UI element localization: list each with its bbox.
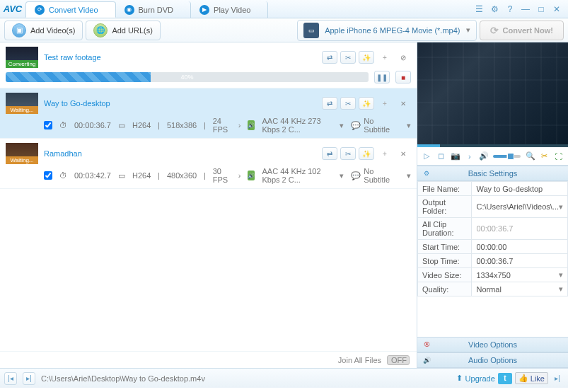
size-value[interactable]: 1334x750	[476, 271, 510, 279]
preview-pane: ▷ ◻ 📷 › 🔊 🔍 ✂ ⛶ ⚙ Basic Settings File Na…	[417, 42, 568, 368]
video-options-header[interactable]: ⦿ Video Options	[417, 337, 568, 352]
file-item[interactable]: Waiting... Way to Go-desktop ⇄ ✂ ✨ + ✕ ⏱…	[0, 88, 417, 139]
subtitle: No Subtitle	[364, 117, 390, 134]
join-toggle[interactable]: OFF	[387, 355, 410, 365]
audio-info: AAC 44 KHz 102 Kbps 2 C...	[262, 167, 332, 184]
next-file-button[interactable]: ▸|	[23, 372, 35, 385]
audio-options-header[interactable]: 🔊 Audio Options	[417, 352, 568, 368]
remove-button[interactable]: ✕	[395, 147, 411, 160]
file-item[interactable]: Converting Test raw footage ⇄ ✂ ✨ + ⊘ 40…	[0, 42, 417, 88]
swap-button[interactable]: ⇄	[322, 97, 337, 110]
duration: 00:03:42.7	[74, 171, 111, 180]
progress-label: 40%	[180, 72, 193, 82]
video-preview[interactable]	[417, 42, 568, 147]
add-button[interactable]: +	[377, 51, 393, 64]
pause-button[interactable]: ❚❚	[374, 71, 390, 83]
add-videos-button[interactable]: ▣ Add Video(s)	[4, 21, 83, 40]
file-checkbox[interactable]	[44, 121, 52, 129]
quality-value[interactable]: Normal	[476, 285, 501, 294]
gear-icon[interactable]: ⚙	[489, 4, 500, 15]
audio-icon: 🔊	[248, 120, 255, 130]
join-label: Join All Files	[338, 356, 381, 364]
label: Quality:	[418, 282, 472, 296]
filename-input[interactable]	[476, 185, 563, 193]
add-urls-button[interactable]: 🌐 Add URL(s)	[86, 21, 160, 40]
zoom-icon[interactable]: 🔍	[525, 150, 535, 163]
cut-button[interactable]: ✂	[340, 97, 356, 110]
play-button[interactable]: ▷	[422, 150, 431, 163]
thumb-icon: 👍	[518, 374, 528, 383]
chevron-down-icon[interactable]: ▾	[340, 121, 344, 130]
effects-button[interactable]: ✨	[359, 147, 374, 160]
film-icon: ▭	[118, 121, 125, 130]
tab-play-video[interactable]: ▶ Play Video	[191, 1, 268, 18]
stop-button[interactable]: ◻	[436, 150, 446, 163]
duration: 00:00:36.7	[74, 121, 111, 129]
file-title: Ramadhan	[44, 149, 316, 158]
menu-icon[interactable]: ☰	[473, 4, 485, 15]
file-list: Converting Test raw footage ⇄ ✂ ✨ + ⊘ 40…	[0, 42, 417, 351]
chevron-right-icon[interactable]: ›	[238, 121, 241, 129]
chevron-down-icon[interactable]: ▾	[559, 270, 563, 279]
button-label: Add Video(s)	[30, 26, 75, 35]
remove-button[interactable]: ✕	[395, 97, 411, 110]
volume-slider[interactable]	[493, 155, 521, 158]
file-item[interactable]: Waiting... Ramadhan ⇄ ✂ ✨ + ✕ ⏱ 00:03:42…	[0, 139, 417, 189]
trim-icon[interactable]: ✂	[540, 150, 550, 163]
convert-now-button[interactable]: ⟳ Convert Now!	[480, 21, 564, 40]
snapshot-button[interactable]: 📷	[450, 150, 460, 163]
close-button[interactable]: ✕	[551, 4, 562, 15]
chevron-down-icon[interactable]: ▾	[559, 202, 563, 212]
file-checkbox[interactable]	[44, 171, 52, 180]
basic-settings-header[interactable]: ⚙ Basic Settings	[417, 166, 568, 181]
tab-burn-dvd[interactable]: ◉ Burn DVD	[116, 1, 192, 18]
film-icon: ▭	[118, 171, 125, 180]
section-title: Basic Settings	[468, 169, 518, 178]
output-format-selector[interactable]: ▭ Apple iPhone 6 MPEG-4 Movie (*.mp4) ▾	[297, 20, 476, 41]
file-list-pane: Converting Test raw footage ⇄ ✂ ✨ + ⊘ 40…	[0, 42, 417, 368]
chevron-down-icon[interactable]: ▾	[407, 171, 411, 180]
tab-convert-video[interactable]: ⟳ Convert Video	[25, 1, 116, 18]
vcodec: H264	[132, 171, 151, 180]
subtitle: No Subtitle	[364, 167, 390, 184]
cut-button[interactable]: ✂	[340, 147, 356, 160]
facebook-like-button[interactable]: 👍 Like	[515, 372, 548, 384]
file-path: C:\Users\Ariel\Desktop\Way to Go-desktop…	[41, 374, 205, 383]
device-icon: ▭	[303, 23, 319, 38]
chevron-right-icon[interactable]: ›	[238, 171, 241, 180]
seek-bar[interactable]	[417, 144, 568, 147]
label: File Name:	[418, 182, 472, 196]
add-button[interactable]: +	[377, 147, 393, 160]
volume-icon[interactable]: 🔊	[479, 150, 489, 163]
prev-file-button[interactable]: |◂	[4, 372, 17, 385]
remove-button[interactable]: ⊘	[395, 51, 411, 64]
add-url-icon: 🌐	[93, 23, 108, 38]
player-controls: ▷ ◻ 📷 › 🔊 🔍 ✂ ⛶	[417, 147, 568, 166]
upgrade-link[interactable]: Upgrade	[465, 374, 495, 383]
play-icon: ▶	[199, 5, 209, 15]
chevron-down-icon[interactable]: ▾	[340, 171, 344, 180]
effects-button[interactable]: ✨	[359, 97, 374, 110]
minimize-button[interactable]: —	[520, 4, 531, 15]
add-button[interactable]: +	[377, 97, 393, 110]
cut-button[interactable]: ✂	[340, 51, 356, 64]
stop-button[interactable]: ■	[395, 71, 411, 83]
start-time-input[interactable]	[476, 243, 563, 251]
crop-icon[interactable]: ⛶	[554, 150, 564, 163]
swap-button[interactable]: ⇄	[322, 147, 337, 160]
effects-button[interactable]: ✨	[359, 51, 374, 64]
label: Output Folder:	[418, 196, 472, 218]
chevron-down-icon[interactable]: ▾	[559, 284, 563, 294]
stop-time-input[interactable]	[476, 257, 563, 265]
titlebar: AVC ⟳ Convert Video ◉ Burn DVD ▶ Play Vi…	[0, 0, 568, 18]
maximize-button[interactable]: □	[535, 4, 547, 15]
disc-icon: ◉	[124, 5, 134, 15]
chevron-icon[interactable]: ›	[465, 150, 475, 163]
help-icon[interactable]: ?	[504, 4, 516, 15]
twitter-icon[interactable]: t	[498, 373, 512, 384]
chevron-down-icon[interactable]: ▾	[407, 121, 411, 130]
swap-button[interactable]: ⇄	[322, 51, 337, 64]
collapse-button[interactable]: ▸|	[551, 372, 564, 385]
status-badge: Converting	[6, 60, 38, 68]
upgrade-icon: ⬆	[456, 374, 463, 383]
